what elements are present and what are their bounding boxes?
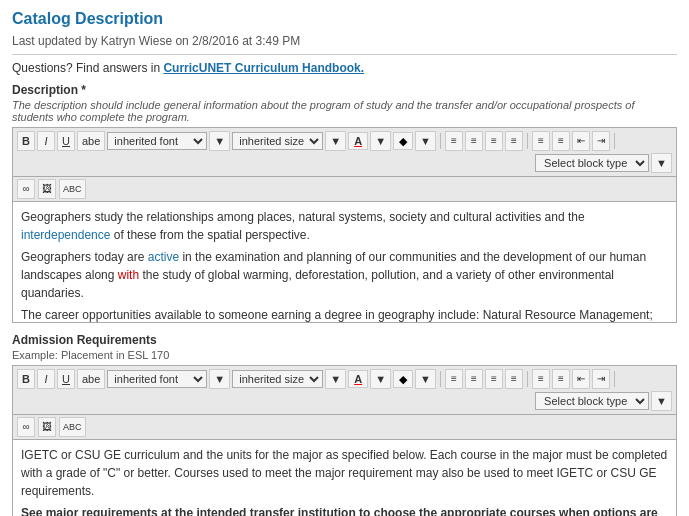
list-ol-button2[interactable]: ≡: [552, 369, 570, 389]
indent-more-button2[interactable]: ⇥: [592, 369, 610, 389]
align-right-button2[interactable]: ≡: [485, 369, 503, 389]
block-type-select2[interactable]: Select block type: [535, 392, 649, 410]
questions-line: Questions? Find answers in CurricUNET Cu…: [12, 61, 677, 75]
size-dropdown-arrow2[interactable]: ▼: [325, 369, 346, 389]
align-left-button[interactable]: ≡: [445, 131, 463, 151]
editor2-content-wrapper: IGETC or CSU GE curriculum and the units…: [13, 440, 676, 516]
spellcheck-button2[interactable]: ABC: [59, 417, 86, 437]
font-color-button[interactable]: A: [348, 132, 368, 150]
size-select2[interactable]: inherited size: [232, 370, 323, 388]
list-ul-button[interactable]: ≡: [532, 131, 550, 151]
font-dropdown-arrow[interactable]: ▼: [209, 131, 230, 151]
editor1-para2: Geographers today are active in the exam…: [21, 248, 668, 302]
font-color-arrow2[interactable]: ▼: [370, 369, 391, 389]
editor2-para2: See major requirements at the intended t…: [21, 504, 668, 516]
align-justify-button[interactable]: ≡: [505, 131, 523, 151]
admission-hint: Example: Placement in ESL 170: [12, 349, 677, 361]
block-type-arrow2[interactable]: ▼: [651, 391, 672, 411]
block-type-select1[interactable]: Select block type: [535, 154, 649, 172]
font-dropdown-arrow2[interactable]: ▼: [209, 369, 230, 389]
toolbar2: B I U abe inherited font ▼ inherited siz…: [13, 366, 676, 415]
toolbar2-row2: ∞ 🖼 ABC: [13, 415, 676, 440]
toolbar1: B I U abe inherited font ▼ inherited siz…: [13, 128, 676, 177]
description-label: Description *: [12, 83, 677, 97]
font-select2[interactable]: inherited font: [107, 370, 207, 388]
align-left-button2[interactable]: ≡: [445, 369, 463, 389]
last-updated: Last updated by Katryn Wiese on 2/8/2016…: [12, 34, 677, 55]
block-type-arrow1[interactable]: ▼: [651, 153, 672, 173]
questions-prefix: Questions? Find answers in: [12, 61, 163, 75]
strikethrough-button[interactable]: abe: [77, 131, 105, 151]
align-right-button[interactable]: ≡: [485, 131, 503, 151]
divider5: [527, 371, 528, 387]
bold-button[interactable]: B: [17, 131, 35, 151]
list-ol-button[interactable]: ≡: [552, 131, 570, 151]
italic-button2[interactable]: I: [37, 369, 55, 389]
spellcheck-button1[interactable]: ABC: [59, 179, 86, 199]
underline-button[interactable]: U: [57, 131, 75, 151]
divider6: [614, 371, 615, 387]
highlight-arrow2[interactable]: ▼: [415, 369, 436, 389]
divider2: [527, 133, 528, 149]
highlight-button[interactable]: ◆: [393, 132, 413, 150]
highlight-arrow[interactable]: ▼: [415, 131, 436, 151]
admission-label: Admission Requirements: [12, 333, 677, 347]
divider3: [614, 133, 615, 149]
editor2-content[interactable]: IGETC or CSU GE curriculum and the units…: [13, 440, 676, 516]
italic-button[interactable]: I: [37, 131, 55, 151]
image-button2[interactable]: 🖼: [38, 417, 56, 437]
divider1: [440, 133, 441, 149]
align-justify-button2[interactable]: ≡: [505, 369, 523, 389]
handbook-link[interactable]: CurricUNET Curriculum Handbook.: [163, 61, 364, 75]
underline-button2[interactable]: U: [57, 369, 75, 389]
highlight-button2[interactable]: ◆: [393, 370, 413, 388]
strikethrough-button2[interactable]: abe: [77, 369, 105, 389]
indent-less-button[interactable]: ⇤: [572, 131, 590, 151]
align-center-button[interactable]: ≡: [465, 131, 483, 151]
link-button2[interactable]: ∞: [17, 417, 35, 437]
admission-editor: B I U abe inherited font ▼ inherited siz…: [12, 365, 677, 516]
description-editor: B I U abe inherited font ▼ inherited siz…: [12, 127, 677, 323]
toolbar1-row2: ∞ 🖼 ABC: [13, 177, 676, 202]
bold-button2[interactable]: B: [17, 369, 35, 389]
indent-more-button[interactable]: ⇥: [592, 131, 610, 151]
image-button1[interactable]: 🖼: [38, 179, 56, 199]
editor1-content-wrapper: Geographers study the relationships amon…: [13, 202, 676, 322]
editor1-content[interactable]: Geographers study the relationships amon…: [13, 202, 676, 322]
list-ul-button2[interactable]: ≡: [532, 369, 550, 389]
link-button1[interactable]: ∞: [17, 179, 35, 199]
editor1-para1: Geographers study the relationships amon…: [21, 208, 668, 244]
size-select[interactable]: inherited size: [232, 132, 323, 150]
size-dropdown-arrow[interactable]: ▼: [325, 131, 346, 151]
indent-less-button2[interactable]: ⇤: [572, 369, 590, 389]
font-color-button2[interactable]: A: [348, 370, 368, 388]
page-container: Catalog Description Last updated by Katr…: [0, 0, 689, 516]
divider4: [440, 371, 441, 387]
editor2-para1: IGETC or CSU GE curriculum and the units…: [21, 446, 668, 500]
page-title: Catalog Description: [12, 10, 677, 28]
description-hint: The description should include general i…: [12, 99, 677, 123]
font-select[interactable]: inherited font: [107, 132, 207, 150]
align-center-button2[interactable]: ≡: [465, 369, 483, 389]
editor1-para3: The career opportunities available to so…: [21, 306, 668, 322]
font-color-arrow[interactable]: ▼: [370, 131, 391, 151]
